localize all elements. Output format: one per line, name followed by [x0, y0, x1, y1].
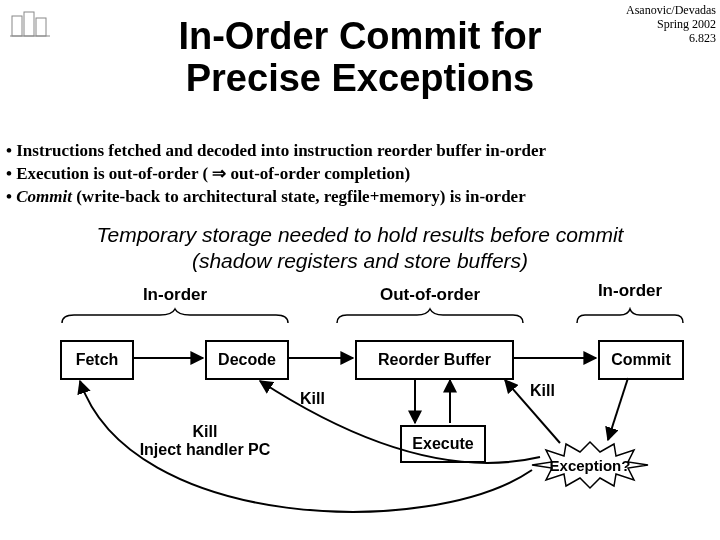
bullet-3: • Commit (write-back to architectural st… — [6, 186, 714, 209]
inject-label: Kill Inject handler PC — [115, 423, 295, 460]
box-execute: Execute — [400, 425, 486, 463]
bullet-2: • Execution is out-of-order ( ⇒ out-of-o… — [6, 163, 714, 186]
diagram-arrows — [0, 285, 720, 535]
temp-storage-note: Temporary storage needed to hold results… — [0, 222, 720, 275]
brace-right — [575, 307, 685, 325]
box-fetch: Fetch — [60, 340, 134, 380]
kill-label-decode: Kill — [300, 390, 325, 408]
box-reorder: Reorder Buffer — [355, 340, 514, 380]
box-decode: Decode — [205, 340, 289, 380]
exception-text: Exception? — [550, 457, 631, 474]
kill-label-reorder: Kill — [530, 382, 555, 400]
brace-mid — [335, 307, 525, 325]
stage-label-out-of-order: Out-of-order — [365, 285, 495, 305]
bullet-list: • Instructions fetched and decoded into … — [6, 140, 714, 209]
svg-line-10 — [608, 378, 628, 440]
stage-label-in-order-right: In-order — [580, 281, 680, 301]
pipeline-diagram: In-order Out-of-order In-order Fetch Dec… — [0, 285, 720, 535]
page-title: In-Order Commit for Precise Exceptions — [0, 16, 720, 100]
exception-burst: Exception? — [530, 440, 650, 490]
bullet-1: • Instructions fetched and decoded into … — [6, 140, 714, 163]
box-commit: Commit — [598, 340, 684, 380]
stage-label-in-order-left: In-order — [125, 285, 225, 305]
brace-left — [60, 307, 290, 325]
